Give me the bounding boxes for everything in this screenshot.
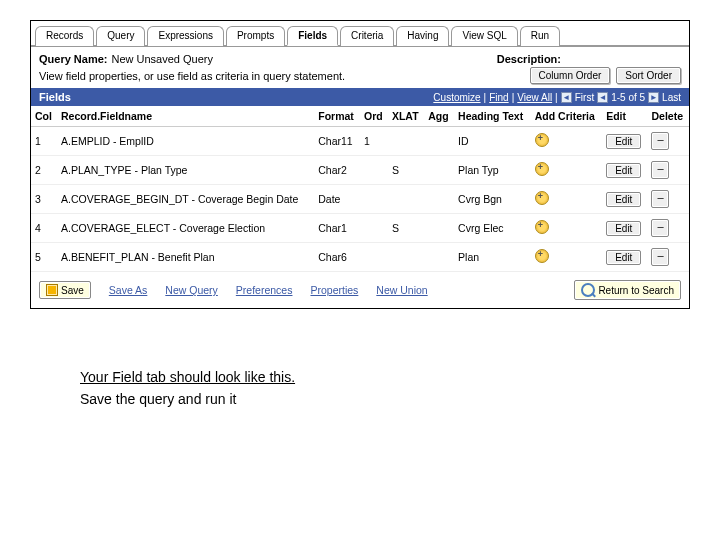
add-criteria-icon[interactable]: [535, 249, 549, 263]
return-to-search-button[interactable]: Return to Search: [574, 280, 681, 300]
tab-records[interactable]: Records: [35, 26, 94, 46]
cell-heading: Plan Typ: [454, 156, 531, 185]
caption-line-2: Save the query and run it: [80, 391, 720, 407]
properties-link[interactable]: Properties: [310, 284, 358, 296]
edit-button[interactable]: Edit: [606, 250, 641, 265]
edit-button[interactable]: Edit: [606, 192, 641, 207]
nav-last-label[interactable]: Last: [662, 92, 681, 103]
cell-xlat: [388, 185, 424, 214]
tab-view-sql[interactable]: View SQL: [451, 26, 517, 46]
cell-xlat: S: [388, 156, 424, 185]
footer-row: Save Save As New Query Preferences Prope…: [31, 272, 689, 308]
tab-having[interactable]: Having: [396, 26, 449, 46]
query-name-value: New Unsaved Query: [111, 53, 213, 65]
save-button[interactable]: Save: [39, 281, 91, 299]
cell-ord: [360, 185, 388, 214]
cell-format: Date: [314, 185, 360, 214]
add-criteria-icon[interactable]: [535, 162, 549, 176]
cell-col: 2: [31, 156, 57, 185]
cell-format: Char11: [314, 127, 360, 156]
cell-ord: [360, 243, 388, 272]
edit-button[interactable]: Edit: [606, 163, 641, 178]
add-criteria-icon[interactable]: [535, 191, 549, 205]
cell-ord: [360, 214, 388, 243]
cell-fieldname: A.COVERAGE_ELECT - Coverage Election: [57, 214, 314, 243]
edit-button[interactable]: Edit: [606, 134, 641, 149]
cell-agg: [424, 127, 454, 156]
table-row: 1A.EMPLID - EmplIDChar111IDEdit–: [31, 127, 689, 156]
col-header-add-criteria: Add Criteria: [531, 106, 602, 127]
delete-button[interactable]: –: [651, 219, 669, 237]
cell-agg: [424, 185, 454, 214]
cell-format: Char2: [314, 156, 360, 185]
col-header-ord: Ord: [360, 106, 388, 127]
row-counter: 1-5 of 5: [611, 92, 645, 103]
tab-criteria[interactable]: Criteria: [340, 26, 394, 46]
cell-heading: Cvrg Bgn: [454, 185, 531, 214]
new-query-link[interactable]: New Query: [165, 284, 218, 296]
nav-first-icon[interactable]: ◄: [561, 92, 572, 103]
query-name-label: Query Name:: [39, 53, 107, 65]
add-criteria-icon[interactable]: [535, 220, 549, 234]
table-row: 5A.BENEFIT_PLAN - Benefit PlanChar6PlanE…: [31, 243, 689, 272]
tab-query[interactable]: Query: [96, 26, 145, 46]
delete-button[interactable]: –: [651, 190, 669, 208]
cell-heading: Cvrg Elec: [454, 214, 531, 243]
cell-agg: [424, 156, 454, 185]
customize-link[interactable]: Customize: [433, 92, 480, 103]
save-as-link[interactable]: Save As: [109, 284, 148, 296]
sort-order-button[interactable]: Sort Order: [616, 67, 681, 84]
new-union-link[interactable]: New Union: [376, 284, 427, 296]
cell-agg: [424, 243, 454, 272]
query-meta-row: Query Name: New Unsaved Query Descriptio…: [31, 47, 689, 67]
tab-fields[interactable]: Fields: [287, 26, 338, 46]
instruction-text: View field properties, or use field as c…: [31, 68, 522, 88]
delete-button[interactable]: –: [651, 161, 669, 179]
column-order-button[interactable]: Column Order: [530, 67, 611, 84]
fields-section-header: Fields Customize | Find | View All | ◄ F…: [31, 88, 689, 106]
edit-button[interactable]: Edit: [606, 221, 641, 236]
add-criteria-icon[interactable]: [535, 133, 549, 147]
col-header-format: Format: [314, 106, 360, 127]
cell-ord: [360, 156, 388, 185]
delete-button[interactable]: –: [651, 248, 669, 266]
tab-strip: RecordsQueryExpressionsPromptsFieldsCrit…: [31, 25, 689, 47]
fields-grid: Col Record.Fieldname Format Ord XLAT Agg…: [31, 106, 689, 272]
save-label: Save: [61, 285, 84, 296]
app-window: RecordsQueryExpressionsPromptsFieldsCrit…: [30, 20, 690, 309]
view-all-link[interactable]: View All: [517, 92, 552, 103]
col-header-agg: Agg: [424, 106, 454, 127]
col-header-xlat: XLAT: [388, 106, 424, 127]
caption-line-1: Your Field tab should look like this.: [80, 369, 295, 385]
search-icon: [581, 283, 595, 297]
delete-button[interactable]: –: [651, 132, 669, 150]
nav-prev-icon[interactable]: ◄: [597, 92, 608, 103]
cell-col: 4: [31, 214, 57, 243]
table-row: 3A.COVERAGE_BEGIN_DT - Coverage Begin Da…: [31, 185, 689, 214]
cell-col: 5: [31, 243, 57, 272]
col-header-col: Col: [31, 106, 57, 127]
preferences-link[interactable]: Preferences: [236, 284, 293, 296]
save-icon: [46, 284, 58, 296]
nav-first-label[interactable]: First: [575, 92, 594, 103]
cell-fieldname: A.EMPLID - EmplID: [57, 127, 314, 156]
nav-next-icon[interactable]: ►: [648, 92, 659, 103]
find-link[interactable]: Find: [489, 92, 508, 103]
tab-expressions[interactable]: Expressions: [147, 26, 223, 46]
cell-xlat: [388, 243, 424, 272]
tab-run[interactable]: Run: [520, 26, 560, 46]
tab-prompts[interactable]: Prompts: [226, 26, 285, 46]
cell-heading: ID: [454, 127, 531, 156]
table-row: 4A.COVERAGE_ELECT - Coverage ElectionCha…: [31, 214, 689, 243]
cell-format: Char6: [314, 243, 360, 272]
cell-col: 3: [31, 185, 57, 214]
section-title: Fields: [39, 91, 71, 103]
cell-ord: 1: [360, 127, 388, 156]
grid-toolbar: Customize | Find | View All | ◄ First ◄ …: [433, 92, 681, 103]
cell-fieldname: A.COVERAGE_BEGIN_DT - Coverage Begin Dat…: [57, 185, 314, 214]
col-header-delete: Delete: [647, 106, 689, 127]
caption-block: Your Field tab should look like this. Sa…: [80, 369, 720, 407]
col-header-edit: Edit: [602, 106, 647, 127]
cell-col: 1: [31, 127, 57, 156]
cell-heading: Plan: [454, 243, 531, 272]
